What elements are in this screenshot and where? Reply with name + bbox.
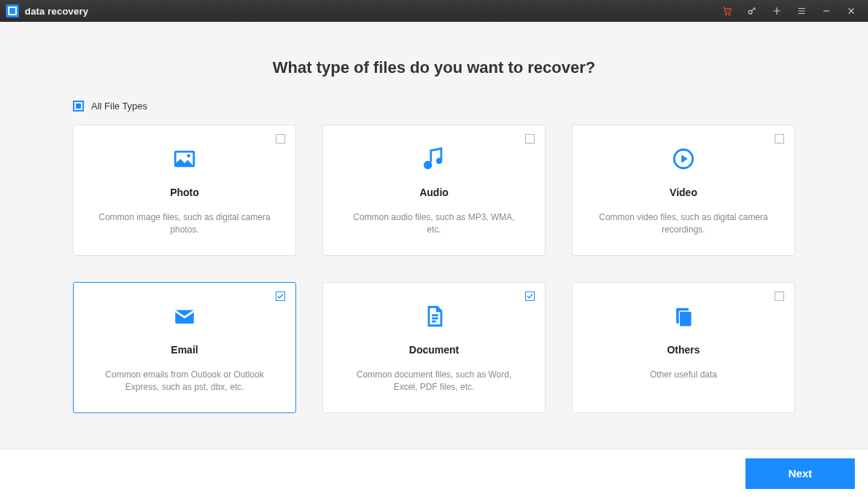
page-heading: What type of files do you want to recove… — [0, 58, 868, 77]
card-audio-desc: Common audio files, such as MP3, WMA, et… — [341, 211, 527, 237]
card-photo-checkbox[interactable] — [276, 134, 285, 144]
card-photo[interactable]: Photo Common image files, such as digita… — [73, 125, 296, 256]
card-email-title: Email — [91, 344, 278, 356]
card-email-checkbox[interactable] — [276, 291, 285, 301]
svg-point-4 — [187, 154, 190, 157]
footer-bar: Next — [0, 449, 868, 497]
main-content: What type of files do you want to recove… — [0, 22, 868, 497]
card-email-desc: Common emails from Outlook or Outlook Ex… — [91, 369, 278, 394]
card-video-desc: Common video files, such as digital came… — [590, 211, 777, 237]
file-type-grid: Photo Common image files, such as digita… — [73, 125, 795, 413]
card-photo-title: Photo — [91, 187, 278, 198]
title-bar: data recovery — [0, 0, 868, 22]
photo-icon — [91, 144, 278, 173]
key-icon[interactable] — [740, 0, 764, 22]
card-others-checkbox[interactable] — [775, 291, 784, 301]
card-video-title: Video — [590, 187, 777, 198]
card-photo-desc: Common image files, such as digital came… — [91, 211, 278, 237]
svg-point-5 — [436, 158, 443, 165]
menu-icon[interactable] — [789, 0, 814, 22]
video-icon — [590, 144, 777, 173]
svg-point-0 — [725, 14, 726, 15]
others-icon — [590, 302, 777, 331]
card-video[interactable]: Video Common video files, such as digita… — [572, 125, 795, 256]
all-file-types-checkbox[interactable] — [73, 101, 84, 111]
card-audio[interactable]: Audio Common audio files, such as MP3, W… — [322, 125, 546, 256]
card-video-checkbox[interactable] — [775, 134, 784, 144]
minimize-icon[interactable] — [814, 0, 839, 22]
card-document-title: Document — [341, 344, 527, 356]
card-document-desc: Common document files, such as Word, Exc… — [341, 369, 527, 394]
all-file-types-label: All File Types — [91, 101, 147, 111]
card-document[interactable]: Document Common document files, such as … — [322, 282, 546, 413]
app-logo-icon — [6, 4, 19, 17]
card-email[interactable]: Email Common emails from Outlook or Outl… — [73, 282, 296, 413]
card-others-desc: Other useful data — [590, 369, 777, 381]
all-file-types-toggle[interactable]: All File Types — [73, 101, 868, 111]
document-icon — [341, 302, 527, 331]
card-others-title: Others — [590, 344, 777, 356]
svg-rect-10 — [679, 311, 691, 326]
card-others[interactable]: Others Other useful data — [572, 282, 795, 413]
svg-point-2 — [748, 10, 752, 14]
email-icon — [91, 302, 278, 331]
svg-point-6 — [426, 162, 433, 168]
close-icon[interactable] — [839, 0, 864, 22]
audio-icon — [341, 144, 527, 173]
app-name: data recovery — [25, 6, 88, 17]
card-audio-checkbox[interactable] — [525, 134, 535, 144]
next-button[interactable]: Next — [745, 458, 855, 489]
cart-icon[interactable] — [715, 0, 740, 22]
checkbox-indeterminate-mark — [76, 103, 81, 109]
card-audio-title: Audio — [341, 187, 527, 198]
card-document-checkbox[interactable] — [525, 291, 535, 301]
svg-point-1 — [729, 14, 730, 15]
plus-icon[interactable] — [764, 0, 789, 22]
